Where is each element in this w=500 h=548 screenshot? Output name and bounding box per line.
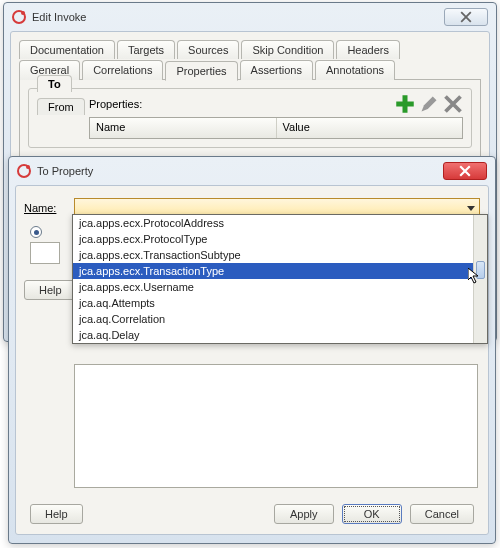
tab-properties[interactable]: Properties: [165, 61, 237, 81]
tab-row-1: Documentation Targets Sources Skip Condi…: [19, 40, 481, 59]
dropdown-item[interactable]: jca.aq.Correlation: [73, 311, 487, 327]
svg-rect-1: [396, 102, 414, 107]
dropdown-item-selected[interactable]: jca.apps.ecx.TransactionType: [73, 263, 487, 279]
help-button[interactable]: Help: [24, 280, 77, 300]
delete-button[interactable]: [443, 95, 463, 113]
dropdown-item[interactable]: jca.apps.ecx.ProtocolType: [73, 231, 487, 247]
scrollbar-thumb[interactable]: [476, 261, 485, 279]
properties-label: Properties:: [89, 98, 142, 110]
close-icon: [459, 165, 471, 177]
tab-headers[interactable]: Headers: [336, 40, 400, 59]
x-icon: [443, 94, 463, 114]
tab-assertions[interactable]: Assertions: [240, 60, 313, 80]
close-button[interactable]: [443, 162, 487, 180]
dropdown-item[interactable]: jca.aq.Delay: [73, 327, 487, 343]
edit-invoke-title-bar: Edit Invoke: [4, 3, 496, 31]
col-value[interactable]: Value: [277, 118, 463, 138]
preview-area: [74, 364, 478, 488]
name-dropdown-list[interactable]: jca.apps.ecx.ProtocolAddress jca.apps.ec…: [72, 214, 488, 344]
tab-sources[interactable]: Sources: [177, 40, 239, 59]
dropdown-item[interactable]: jca.apps.ecx.TransactionSubtype: [73, 247, 487, 263]
tab-targets[interactable]: Targets: [117, 40, 175, 59]
subtab-from[interactable]: From: [37, 98, 85, 115]
edit-invoke-title: Edit Invoke: [32, 11, 444, 23]
properties-table[interactable]: Name Value: [89, 117, 463, 139]
oracle-icon: [12, 10, 26, 24]
cancel-button[interactable]: Cancel: [410, 504, 474, 524]
value-radio[interactable]: [30, 226, 42, 238]
button-bar: Help Apply OK Cancel: [30, 504, 474, 524]
close-button[interactable]: [444, 8, 488, 26]
scrollbar[interactable]: [473, 215, 487, 343]
plus-icon: [395, 94, 415, 114]
subtab-to[interactable]: To: [37, 75, 72, 92]
help-button-bottom[interactable]: Help: [30, 504, 83, 524]
pencil-icon: [419, 94, 439, 114]
add-button[interactable]: [395, 95, 415, 113]
to-property-title: To Property: [37, 165, 443, 177]
tab-skip-condition[interactable]: Skip Condition: [241, 40, 334, 59]
col-name[interactable]: Name: [90, 118, 277, 138]
dropdown-item[interactable]: jca.apps.ecx.Username: [73, 279, 487, 295]
apply-button[interactable]: Apply: [274, 504, 334, 524]
value-textbox[interactable]: [30, 242, 60, 264]
to-property-title-bar: To Property: [9, 157, 495, 185]
dropdown-item[interactable]: jca.apps.ecx.ProtocolAddress: [73, 215, 487, 231]
oracle-icon: [17, 164, 31, 178]
tab-correlations[interactable]: Correlations: [82, 60, 163, 80]
edit-button[interactable]: [419, 95, 439, 113]
close-icon: [460, 11, 472, 23]
tab-row-2: General Correlations Properties Assertio…: [19, 60, 481, 80]
tab-annotations[interactable]: Annotations: [315, 60, 395, 80]
name-label: Name:: [24, 202, 74, 214]
tab-documentation[interactable]: Documentation: [19, 40, 115, 59]
ok-button[interactable]: OK: [342, 504, 402, 524]
dropdown-item[interactable]: jca.aq.Attempts: [73, 295, 487, 311]
